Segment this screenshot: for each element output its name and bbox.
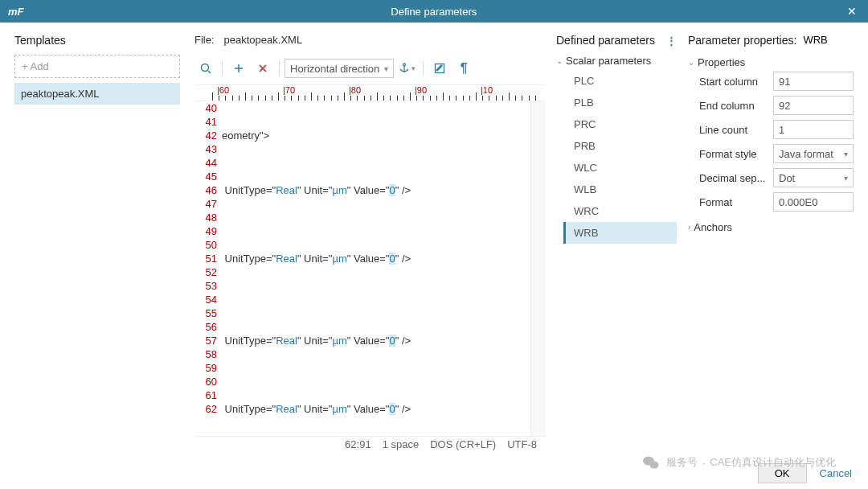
prop-end-column: End column xyxy=(699,96,854,115)
window-title: Define parameters xyxy=(32,6,837,18)
param-item[interactable]: PLB xyxy=(566,92,677,113)
param-item[interactable]: PLC xyxy=(566,70,677,92)
editor-toolbar: Horizontal direction ▾ ▾ ¶ xyxy=(194,55,545,81)
file-label: File: xyxy=(194,34,215,46)
param-item[interactable]: WLC xyxy=(566,157,677,179)
format-style-select[interactable]: Java format▾ xyxy=(773,144,854,163)
param-item[interactable]: PRB xyxy=(566,135,677,157)
anchor-icon[interactable]: ▾ xyxy=(395,59,418,78)
prop-decimal-sep: Decimal sep... Dot▾ xyxy=(699,168,854,187)
app-logo: mF xyxy=(0,6,32,18)
format-input[interactable] xyxy=(773,192,854,212)
file-row: File: peaktopeak.XML xyxy=(194,34,545,46)
file-name: peaktopeak.XML xyxy=(224,34,303,46)
param-list: PLCPLBPRCPRBWLCWLBWRCWRB xyxy=(566,70,677,244)
end-column-input[interactable] xyxy=(773,96,854,115)
properties-section[interactable]: ⌄ Properties xyxy=(688,56,854,68)
code-area[interactable]: eometry"> UnitType="Real" Unit="µm" Valu… xyxy=(222,101,530,436)
group-label: Scalar parameters xyxy=(566,55,651,67)
status-indent: 1 space xyxy=(383,438,420,450)
param-item[interactable]: WRB xyxy=(563,222,677,244)
close-icon[interactable]: ✕ xyxy=(836,5,868,18)
templates-panel: Templates + Add peaktopeak.XML xyxy=(3,23,188,457)
footer: OK Cancel xyxy=(0,457,868,489)
chevron-down-icon: ⌄ xyxy=(556,56,563,65)
direction-label: Horizontal direction xyxy=(290,63,379,75)
properties-panel: Parameter properties: WRB ⌄ Properties S… xyxy=(680,23,865,457)
templates-heading: Templates xyxy=(14,34,180,47)
svg-point-6 xyxy=(403,64,406,66)
line-count-input[interactable] xyxy=(773,120,854,139)
ruler: |60|70|80|90|10 xyxy=(194,84,545,101)
anchors-section[interactable]: › Anchors xyxy=(688,221,854,233)
direction-select[interactable]: Horizontal direction ▾ xyxy=(285,59,394,78)
code-editor[interactable]: 4041424344454647484950515253545556575859… xyxy=(194,101,545,436)
param-item[interactable]: PRC xyxy=(566,113,677,135)
plus-icon[interactable] xyxy=(227,59,250,78)
status-encoding: UTF-8 xyxy=(507,438,537,450)
defined-heading: Defined parameters xyxy=(556,34,655,47)
template-item[interactable]: peaktopeak.XML xyxy=(14,83,180,105)
status-eol: DOS (CR+LF) xyxy=(430,438,496,450)
status-position: 62:91 xyxy=(345,438,371,450)
param-item[interactable]: WRC xyxy=(566,200,677,222)
edit-icon[interactable] xyxy=(428,59,451,78)
prop-start-column: Start column xyxy=(699,72,854,91)
editor-panel: File: peaktopeak.XML Horizontal directio… xyxy=(188,23,551,457)
statusbar: 62:91 1 space DOS (CR+LF) UTF-8 xyxy=(194,436,545,452)
start-column-input[interactable] xyxy=(773,72,854,91)
titlebar: mF Define parameters ✕ xyxy=(0,0,868,23)
line-gutter: 4041424344454647484950515253545556575859… xyxy=(194,101,222,436)
chevron-down-icon: ⌄ xyxy=(688,58,694,67)
more-icon[interactable]: ⋮ xyxy=(666,35,677,47)
decimal-sep-select[interactable]: Dot▾ xyxy=(773,168,854,187)
pilcrow-icon[interactable]: ¶ xyxy=(452,59,475,78)
ok-button[interactable]: OK xyxy=(758,463,807,483)
add-template-button[interactable]: + Add xyxy=(14,55,180,78)
search-icon[interactable] xyxy=(194,59,217,78)
remove-icon[interactable] xyxy=(252,59,274,78)
minimap[interactable] xyxy=(530,101,545,436)
props-name: WRB xyxy=(803,34,827,47)
chevron-down-icon: ▾ xyxy=(384,64,388,73)
main-area: Templates + Add peaktopeak.XML File: pea… xyxy=(0,23,868,457)
scalar-group[interactable]: ⌄ Scalar parameters xyxy=(556,55,677,67)
svg-point-0 xyxy=(202,64,209,72)
prop-format: Format xyxy=(699,192,854,212)
svg-line-1 xyxy=(208,71,211,73)
chevron-right-icon: › xyxy=(688,223,690,232)
defined-panel: Defined parameters ⋮ ⌄ Scalar parameters… xyxy=(551,23,680,457)
prop-format-style: Format style Java format▾ xyxy=(699,144,854,163)
param-item[interactable]: WLB xyxy=(566,179,677,200)
prop-line-count: Line count xyxy=(699,120,854,139)
cancel-button[interactable]: Cancel xyxy=(820,467,852,479)
props-heading: Parameter properties: xyxy=(688,34,796,47)
